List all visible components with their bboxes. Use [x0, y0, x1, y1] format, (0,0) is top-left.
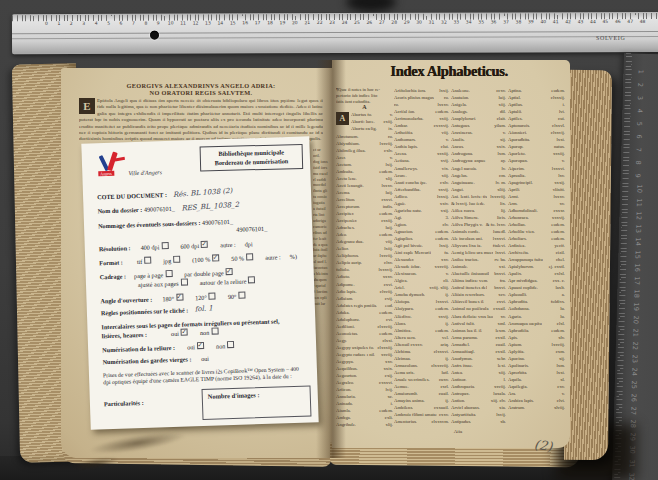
index-entry: Apis.xlv.	[508, 334, 565, 341]
scanner-note: Prises de vue effectuées avec le scanner…	[103, 366, 301, 387]
index-entry: Analeone.ccxv.	[451, 87, 506, 94]
index-entry: Aegy.clxxi.	[336, 337, 393, 344]
checkbox-checked	[226, 268, 233, 275]
index-preamble: ¶Quæ ſi notes in hoc re- pertorio ſub in…	[336, 87, 393, 104]
index-entry: Aptalſi.lvi.	[508, 108, 565, 115]
index-entry: Aemig lelico ura mueralxxvi.	[451, 249, 506, 256]
field-sous-dossiers-2: 490076101_	[236, 224, 304, 234]
index-entry: Aborti: luce.cxiij.	[351, 118, 393, 125]
field-format: Format :tifjpg(100 %50 %autre :%)	[99, 252, 305, 267]
index-entry: Animale.xxi.	[451, 263, 506, 270]
index-entry: Aini caple Mercuriifa.	[394, 249, 449, 256]
index-entry: Aptiles.cui.	[508, 115, 565, 122]
index-entry: Anodymus.xebr.	[451, 355, 506, 362]
index-entry: Aniloe tracios.rv. ba.	[451, 256, 506, 263]
index-entry: Aequilibus.xxix.	[336, 365, 393, 372]
index-entry: Aptial.clxxxij.	[508, 94, 565, 101]
index-entry: Apialyburvm.ej. cxxtl.	[508, 263, 565, 270]
index-entry: Agaria.lu.	[508, 313, 565, 320]
index-entry: & lxxvij. luo ſedē.lix.	[451, 200, 506, 207]
index-entry: Armacolons.clxxxviij.	[394, 362, 449, 369]
index-entry: Agarichū natu.xxij.	[394, 207, 449, 214]
index-entry: Aplyſtia.cxm.	[508, 348, 565, 355]
checkbox-empty	[180, 278, 187, 285]
index-entry: Aegourton.cxij.	[336, 372, 393, 379]
index-entry: Antyurtifaſta.lxvij.	[451, 411, 506, 418]
index-title: Index Alphabeticus.	[336, 63, 562, 80]
right-page-fore-edge	[564, 70, 612, 460]
index-entry: Ale incolaus uni.lxxxvi.	[451, 235, 506, 242]
index-entry: Ariel.xviij. xliij.	[394, 284, 449, 291]
checkbox-empty	[248, 276, 255, 283]
index-entry: Anolis.xij.	[451, 136, 506, 143]
index-entry: Ardiniea.yecif.	[508, 242, 565, 249]
field-gardes: Numérisation des gardes vierges : oui	[102, 351, 308, 365]
index-entry: Armi.lxxxv.	[508, 193, 565, 200]
index-entry: Anitral itonefes delbxxvi.	[451, 284, 506, 291]
index-entry: Anguinaane.lv. m.	[451, 179, 506, 186]
checkbox-checked	[212, 254, 219, 261]
index-entry: Angel nacoſa.lv.	[451, 165, 506, 172]
index-entry: Aegypya.xxv.	[336, 358, 393, 365]
checkbox-checked	[176, 294, 183, 301]
field-regles: Règles positionnées sur le cliché : fol.…	[101, 302, 307, 317]
checkbox-empty	[238, 292, 245, 299]
index-entry: Acure.xiij.	[394, 172, 449, 179]
index-entry: Antipadus.xb.	[451, 418, 506, 425]
index-entry: Adulophorū.cvi.	[336, 316, 393, 323]
field-cote: COTE DU DOCUMENT : Rés. BL 1038 (2)	[97, 187, 303, 202]
index-entry: Amallerwys.vix.	[394, 165, 449, 172]
section-letter-a: A	[336, 104, 393, 111]
index-entry: Alſedivo.xxvij.	[394, 313, 449, 320]
index-entry: Alcimaa.ij.	[394, 355, 449, 362]
index-entry: Aluetuſlle ſiniuonuilbxxvi.	[451, 270, 506, 277]
index-entry: Araxineras.v.	[451, 129, 506, 136]
index-entry: Adegranū dua.viij.	[336, 238, 393, 245]
ruler-scribe-line	[12, 31, 658, 34]
field-dossier: Nom du dossier : 490076101_ RES_BL_1038_…	[97, 201, 303, 216]
index-entry: Abſimileg ſilua.cxlv.	[336, 147, 393, 154]
index-entry: ro.lxxxv.	[394, 101, 449, 108]
digitization-slip: Angers Ville d'Angers Bibliothèque munic…	[81, 136, 318, 429]
index-entry: Agiaplios.eodem.	[394, 235, 449, 242]
index-entry: Archiveſta.cizil.	[508, 249, 565, 256]
checkbox-checked	[181, 328, 188, 335]
index-entry: Apolinaris.lxm.	[508, 362, 565, 369]
index-entry: Adiuto.xxxv.	[336, 273, 393, 280]
index-entry: Anaplyloruri.clait.	[451, 115, 506, 122]
heading-line-2: NO ORATORI REGIS SALVTEM.	[88, 89, 314, 96]
index-entry: Alons.ij.	[394, 320, 449, 327]
index-column-4: Aptina.eodem.Aptial.clxxxij.Aptilus.i.Ap…	[508, 87, 565, 428]
index-entry: Aptonurois.clxxvl.	[508, 122, 565, 129]
index-entry: Arthoiſtia.viij.	[394, 129, 449, 136]
index-entry: Ambuſta.eodem.	[336, 168, 393, 175]
index-entry: Acetū lene.xlij.	[336, 175, 393, 182]
index-entry: Antugous.yilam.	[451, 122, 506, 129]
index-entry: Adulātes regis pmiſſa.eod.	[336, 302, 393, 309]
logo-caption: Ville d'Angers	[128, 169, 162, 176]
index-entry: Aninada.i.	[336, 400, 393, 407]
index-entry: Amentorius.clxxxvm.	[394, 418, 449, 425]
checkbox-empty	[211, 327, 218, 334]
index-entry: Altenuil cxxxv.ariq.	[394, 341, 449, 348]
index-entry: Apuani coplide.laxlt.	[508, 284, 565, 291]
index-entry: Apulix.cxlxl.	[508, 270, 565, 277]
index-entry: Aceti lenangit.lxxxv.	[336, 182, 393, 189]
index-entry: Annularia.xc.	[336, 393, 393, 400]
index-entry: Alexinacon.v.	[394, 270, 449, 277]
index-entry: Acriſal ſon.eodem.	[394, 108, 449, 115]
woodcut-initial: A	[336, 112, 349, 125]
index-entry: Aemue.cxrl.	[394, 383, 449, 390]
vertical-ruler: 1234567891011121314151617181920212223242…	[612, 53, 658, 480]
index-entry: Acer.v.	[336, 154, 393, 161]
index-entry: Acceliton.cxxvi.	[336, 196, 393, 203]
index-entry: Affechandiba.xxvij.	[394, 186, 449, 193]
index-entry: Antea.xiij.	[451, 369, 506, 376]
index-entry: Agnacion.eodem.	[394, 228, 449, 235]
index-entry: Aratrum.xlviij.	[508, 404, 565, 411]
index-entry: Aſilva Phrygis v.& fo. lxxv.	[451, 221, 506, 228]
index-entry: Aoſbdanna.lu.	[508, 305, 565, 312]
index-entry: Aiamla.eodem.	[336, 407, 393, 414]
index-entry: Aliſaveil bones il.cxvi.	[451, 298, 506, 305]
index-entry: Anigela.xiij.	[451, 101, 506, 108]
